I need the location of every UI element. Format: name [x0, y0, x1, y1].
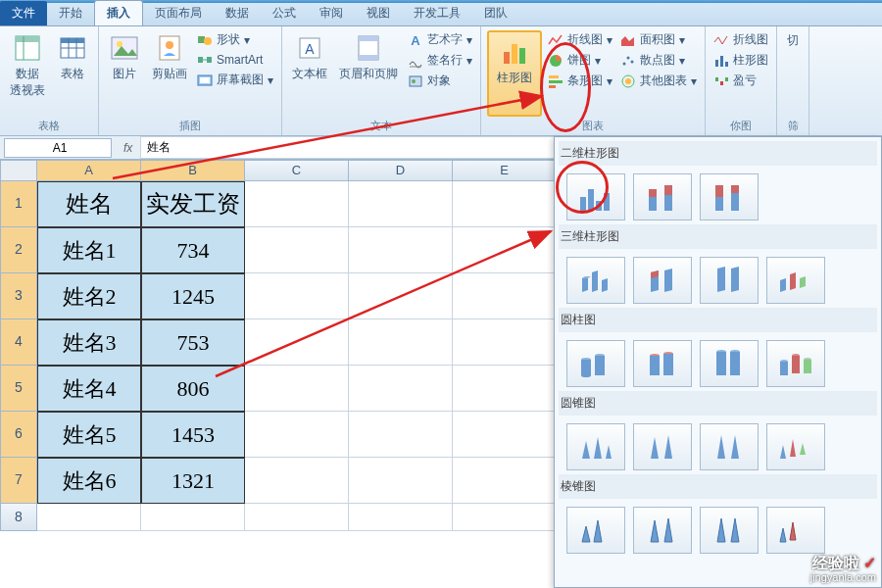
chart-3d-clustered[interactable] [566, 257, 625, 304]
row-header-4[interactable]: 4 [0, 319, 37, 366]
cell-E2[interactable] [453, 227, 557, 273]
shapes-button[interactable]: 形状 ▾ [195, 30, 275, 49]
chart-pyramid-4[interactable] [766, 507, 825, 554]
tab-dev[interactable]: 开发工具 [402, 1, 472, 25]
name-box[interactable]: A1 [4, 138, 112, 158]
fx-label[interactable]: fx [116, 141, 140, 155]
row-header-6[interactable]: 6 [0, 412, 37, 458]
cell-E3[interactable] [453, 273, 557, 319]
cell-A2[interactable]: 姓名1 [37, 227, 141, 273]
cell-B5[interactable]: 806 [141, 366, 245, 412]
cell-E1[interactable] [453, 181, 557, 227]
row-header-5[interactable]: 5 [0, 366, 37, 412]
tab-layout[interactable]: 页面布局 [143, 1, 214, 25]
cell-E8[interactable] [453, 504, 557, 531]
cell-C3[interactable] [245, 273, 349, 319]
cell-C5[interactable] [245, 366, 349, 412]
row-header-2[interactable]: 2 [0, 227, 37, 273]
chart-pyramid-1[interactable] [566, 507, 625, 554]
col-header-C[interactable]: C [245, 160, 349, 181]
chart-2d-100stacked[interactable] [700, 173, 759, 220]
cell-A5[interactable]: 姓名4 [37, 366, 141, 412]
chart-cylinder-3[interactable] [700, 340, 759, 387]
col-header-B[interactable]: B [141, 160, 245, 181]
pivot-table-button[interactable]: 数据 透视表 [6, 30, 49, 117]
tab-data[interactable]: 数据 [214, 1, 261, 25]
bar-chart-button[interactable]: 条形图 ▾ [546, 72, 614, 90]
row-header-7[interactable]: 7 [0, 458, 37, 504]
cell-B1[interactable]: 实发工资 [141, 181, 245, 227]
screenshot-button[interactable]: 屏幕截图 ▾ [195, 71, 275, 89]
chart-3d-column[interactable] [766, 257, 825, 304]
select-all-corner[interactable] [0, 160, 37, 181]
cell-D6[interactable] [349, 412, 453, 458]
cell-B2[interactable]: 734 [141, 227, 245, 273]
row-header-1[interactable]: 1 [0, 181, 37, 227]
wordart-button[interactable]: A艺术字 ▾ [406, 30, 474, 49]
line-chart-button[interactable]: 折线图 ▾ [546, 30, 614, 49]
tab-home[interactable]: 开始 [47, 1, 94, 25]
cell-A7[interactable]: 姓名6 [37, 458, 141, 504]
cell-C7[interactable] [245, 458, 349, 504]
cell-B4[interactable]: 753 [141, 319, 245, 366]
sparkline-line-button[interactable]: 折线图 [711, 30, 770, 49]
cell-D5[interactable] [349, 366, 453, 412]
cell-C1[interactable] [245, 181, 349, 227]
cell-B8[interactable] [141, 504, 245, 531]
object-button[interactable]: 对象 [406, 72, 474, 90]
column-chart-button[interactable]: 柱形图 [487, 30, 542, 117]
chart-pyramid-3[interactable] [700, 507, 759, 554]
chart-cylinder-4[interactable] [766, 340, 825, 387]
cell-D8[interactable] [349, 504, 453, 531]
cell-C4[interactable] [245, 319, 349, 366]
col-header-A[interactable]: A [37, 160, 141, 181]
sigline-button[interactable]: 签名行 ▾ [406, 51, 474, 70]
cell-C6[interactable] [245, 412, 349, 458]
header-footer-button[interactable]: 页眉和页脚 [335, 30, 402, 117]
chart-cone-3[interactable] [700, 423, 759, 470]
cut-partial[interactable]: 切 [783, 30, 803, 51]
area-chart-button[interactable]: 面积图 ▾ [618, 30, 699, 49]
textbox-button[interactable]: A 文本框 [288, 30, 331, 117]
table-button[interactable]: 表格 [53, 30, 92, 117]
cell-A1[interactable]: 姓名 [37, 181, 141, 227]
chart-cone-4[interactable] [766, 423, 825, 470]
chart-2d-stacked[interactable] [633, 173, 692, 220]
chart-3d-100stacked[interactable] [700, 257, 759, 304]
cell-D1[interactable] [349, 181, 453, 227]
chart-pyramid-2[interactable] [633, 507, 692, 554]
cell-E4[interactable] [453, 319, 557, 366]
row-header-3[interactable]: 3 [0, 273, 37, 319]
clipart-button[interactable]: 剪贴画 [148, 30, 191, 117]
cell-D7[interactable] [349, 458, 453, 504]
cell-B3[interactable]: 1245 [141, 273, 245, 319]
tab-review[interactable]: 审阅 [308, 1, 355, 25]
picture-button[interactable]: 图片 [105, 30, 144, 117]
cell-B6[interactable]: 1453 [141, 412, 245, 458]
cell-E7[interactable] [453, 458, 557, 504]
cell-A8[interactable] [37, 504, 141, 531]
cell-D3[interactable] [349, 273, 453, 319]
col-header-D[interactable]: D [349, 160, 453, 181]
cell-A6[interactable]: 姓名5 [37, 412, 141, 458]
cell-D2[interactable] [349, 227, 453, 273]
smartart-button[interactable]: SmartArt [195, 51, 275, 69]
cell-C8[interactable] [245, 504, 349, 531]
tab-team[interactable]: 团队 [472, 1, 519, 25]
chart-cone-2[interactable] [633, 423, 692, 470]
cell-D4[interactable] [349, 319, 453, 366]
cell-B7[interactable]: 1321 [141, 458, 245, 504]
cell-E6[interactable] [453, 412, 557, 458]
cell-C2[interactable] [245, 227, 349, 273]
tab-file[interactable]: 文件 [0, 1, 47, 25]
chart-2d-clustered[interactable] [566, 173, 625, 220]
pie-chart-button[interactable]: 饼图 ▾ [546, 51, 614, 70]
other-chart-button[interactable]: 其他图表 ▾ [618, 72, 699, 90]
scatter-chart-button[interactable]: 散点图 ▾ [618, 51, 699, 70]
chart-cylinder-1[interactable] [566, 340, 625, 387]
sparkline-column-button[interactable]: 柱形图 [711, 51, 770, 70]
tab-view[interactable]: 视图 [355, 1, 402, 25]
tab-insert[interactable]: 插入 [94, 0, 143, 25]
chart-3d-stacked[interactable] [633, 257, 692, 304]
chart-cylinder-2[interactable] [633, 340, 692, 387]
